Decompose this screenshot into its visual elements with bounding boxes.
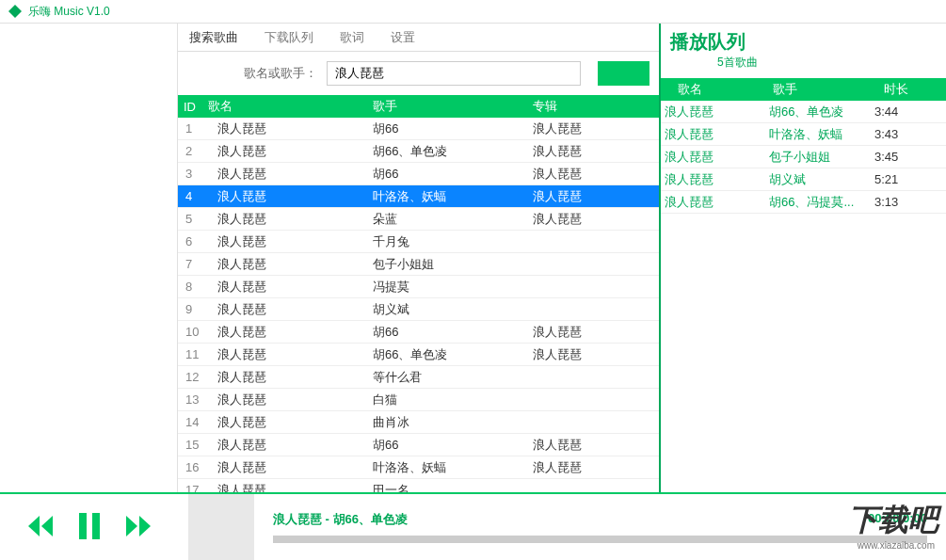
cell-album: 浪人琵琶 — [533, 166, 659, 183]
cell-album: 浪人琵琶 — [533, 459, 659, 476]
col-id: ID — [178, 100, 208, 114]
cell-id: 6 — [178, 234, 208, 248]
table-row[interactable]: 1浪人琵琶胡66浪人琵琶 — [178, 118, 659, 140]
table-row[interactable]: 7浪人琵琶包子小姐姐 — [178, 253, 659, 276]
player-bar: 浪人琵琶 - 胡66、单色凌 00:00/0:00 — [0, 492, 946, 560]
qcol-duration: 时长 — [871, 81, 946, 98]
queue-header: 播放队列 5首歌曲 — [661, 24, 946, 72]
table-row[interactable]: 15浪人琵琶胡66浪人琵琶 — [178, 434, 659, 456]
cell-song: 浪人琵琶 — [208, 459, 373, 476]
svg-marker-1 — [28, 516, 40, 536]
svg-rect-4 — [92, 513, 100, 539]
cell-song: 浪人琵琶 — [208, 143, 373, 160]
table-row[interactable]: 14浪人琵琶曲肖冰 — [178, 411, 659, 434]
cell-id: 12 — [178, 370, 208, 384]
cell-id: 1 — [178, 121, 208, 136]
table-row[interactable]: 17浪人琵琶田一名 — [178, 479, 659, 492]
cell-song: 浪人琵琶 — [208, 437, 373, 454]
queue-row[interactable]: 浪人琵琶胡66、单色凌3:44 — [661, 101, 946, 123]
cell-id: 10 — [178, 325, 208, 339]
cell-song: 浪人琵琶 — [208, 369, 373, 386]
titlebar: 乐嗨 Music V1.0 — [0, 0, 946, 24]
qcell-song: 浪人琵琶 — [661, 104, 769, 120]
search-row: 歌名或歌手： — [178, 52, 659, 95]
cell-song: 浪人琵琶 — [208, 120, 373, 137]
queue-body[interactable]: 浪人琵琶胡66、单色凌3:44浪人琵琶叶洛洛、妖蝠3:43浪人琵琶包子小姐姐3:… — [661, 101, 946, 492]
tab-3[interactable]: 设置 — [389, 25, 417, 50]
cell-album: 浪人琵琶 — [533, 324, 659, 341]
qcell-duration: 3:43 — [871, 127, 946, 141]
qcell-song: 浪人琵琶 — [661, 171, 769, 188]
tab-0[interactable]: 搜索歌曲 — [187, 25, 240, 50]
col-artist: 歌手 — [373, 98, 533, 115]
cell-artist: 胡66 — [373, 166, 533, 183]
cell-song: 浪人琵琶 — [208, 166, 373, 183]
cell-album: 浪人琵琶 — [533, 143, 659, 160]
cell-artist: 胡66 — [373, 324, 533, 341]
qcell-duration: 3:45 — [871, 150, 946, 164]
cell-song: 浪人琵琶 — [208, 324, 373, 341]
album-art — [188, 494, 254, 560]
cell-artist: 曲肖冰 — [373, 414, 533, 431]
qcell-duration: 3:44 — [871, 104, 946, 119]
queue-row[interactable]: 浪人琵琶胡66、冯提莫...3:13 — [661, 191, 946, 214]
qcell-artist: 包子小姐姐 — [769, 149, 871, 166]
cell-id: 14 — [178, 415, 208, 429]
cell-artist: 等什么君 — [373, 369, 533, 386]
cell-song: 浪人琵琶 — [208, 301, 373, 318]
svg-marker-6 — [139, 516, 151, 536]
next-button[interactable] — [126, 516, 151, 539]
table-row[interactable]: 3浪人琵琶胡66浪人琵琶 — [178, 163, 659, 185]
svg-marker-0 — [8, 5, 22, 18]
cell-id: 17 — [178, 483, 208, 492]
progress-bar[interactable] — [273, 536, 927, 543]
cell-artist: 白猫 — [373, 392, 533, 408]
search-input[interactable] — [327, 61, 581, 86]
player-controls — [0, 513, 179, 542]
qcell-artist: 胡66、冯提莫... — [769, 194, 871, 211]
cell-song: 浪人琵琶 — [208, 211, 373, 228]
tab-bar: 搜索歌曲下载队列歌词设置 — [178, 24, 659, 52]
table-row[interactable]: 16浪人琵琶叶洛洛、妖蝠浪人琵琶 — [178, 456, 659, 479]
table-row[interactable]: 12浪人琵琶等什么君 — [178, 366, 659, 389]
table-row[interactable]: 5浪人琵琶朵蓝浪人琵琶 — [178, 208, 659, 231]
table-row[interactable]: 8浪人琵琶冯提莫 — [178, 276, 659, 298]
search-button[interactable] — [598, 61, 649, 86]
cell-id: 3 — [178, 167, 208, 181]
cell-id: 11 — [178, 347, 208, 361]
qcell-duration: 3:13 — [871, 195, 946, 209]
prev-button[interactable] — [28, 516, 53, 539]
table-row[interactable]: 2浪人琵琶胡66、单色凌浪人琵琶 — [178, 140, 659, 163]
cell-album: 浪人琵琶 — [533, 120, 659, 137]
svg-rect-3 — [79, 513, 87, 539]
left-sidebar — [0, 24, 178, 492]
table-row[interactable]: 11浪人琵琶胡66、单色凌浪人琵琶 — [178, 344, 659, 366]
col-song: 歌名 — [208, 98, 373, 115]
cell-id: 16 — [178, 460, 208, 474]
table-row[interactable]: 9浪人琵琶胡义斌 — [178, 298, 659, 321]
table-row[interactable]: 6浪人琵琶千月兔 — [178, 231, 659, 253]
qcell-duration: 5:21 — [871, 172, 946, 186]
cell-artist: 胡66、单色凌 — [373, 346, 533, 363]
cell-id: 4 — [178, 189, 208, 203]
cell-artist: 冯提莫 — [373, 279, 533, 296]
cell-song: 浪人琵琶 — [208, 346, 373, 363]
queue-row[interactable]: 浪人琵琶胡义斌5:21 — [661, 168, 946, 191]
cell-song: 浪人琵琶 — [208, 414, 373, 431]
table-row[interactable]: 10浪人琵琶胡66浪人琵琶 — [178, 321, 659, 344]
queue-panel: 播放队列 5首歌曲 歌名 歌手 时长 浪人琵琶胡66、单色凌3:44浪人琵琶叶洛… — [661, 24, 946, 492]
queue-row[interactable]: 浪人琵琶叶洛洛、妖蝠3:43 — [661, 123, 946, 146]
pause-button[interactable] — [79, 513, 100, 542]
queue-row[interactable]: 浪人琵琶包子小姐姐3:45 — [661, 146, 946, 168]
cell-artist: 朵蓝 — [373, 211, 533, 228]
cell-album: 浪人琵琶 — [533, 188, 659, 205]
qcell-song: 浪人琵琶 — [661, 126, 769, 143]
tab-2[interactable]: 歌词 — [338, 25, 366, 50]
cell-artist: 叶洛洛、妖蝠 — [373, 459, 533, 476]
cell-song: 浪人琵琶 — [208, 188, 373, 205]
cell-artist: 田一名 — [373, 482, 533, 493]
results-table-body[interactable]: 1浪人琵琶胡66浪人琵琶2浪人琵琶胡66、单色凌浪人琵琶3浪人琵琶胡66浪人琵琶… — [178, 118, 659, 492]
tab-1[interactable]: 下载队列 — [263, 25, 315, 50]
table-row[interactable]: 4浪人琵琶叶洛洛、妖蝠浪人琵琶 — [178, 185, 659, 208]
table-row[interactable]: 13浪人琵琶白猫 — [178, 389, 659, 411]
